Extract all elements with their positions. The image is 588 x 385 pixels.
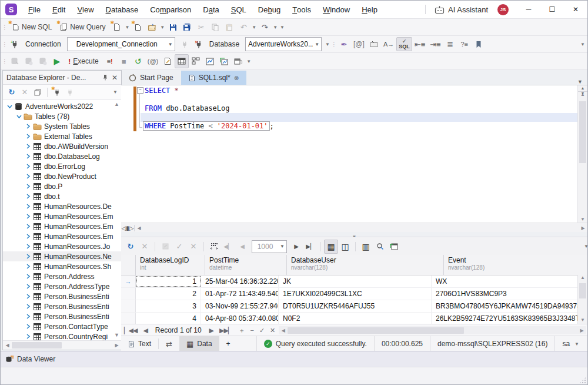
- chevron-right-icon[interactable]: [24, 224, 32, 229]
- menu-tools[interactable]: Tools: [286, 1, 317, 18]
- next-page-button[interactable]: ▶: [289, 240, 303, 254]
- tree-item[interactable]: HumanResources.Em: [3, 211, 121, 221]
- scroll-right-icon[interactable]: ▶: [577, 328, 586, 333]
- format-sql-button[interactable]: ✓SQL: [396, 37, 412, 51]
- align-button[interactable]: ≣: [443, 37, 457, 51]
- user-name[interactable]: sa▼: [554, 336, 587, 351]
- grid-hscrollbar[interactable]: ◀ ▶: [279, 326, 586, 334]
- tree-item[interactable]: System Tables: [3, 121, 121, 131]
- toolbar-grip[interactable]: ⋮: [331, 41, 337, 48]
- disconnect-button[interactable]: ✕: [192, 37, 206, 51]
- editor-vscrollbar[interactable]: ▲▼ ▲ ▼: [577, 85, 587, 223]
- post-edit-button[interactable]: ✓: [256, 327, 267, 334]
- execute-script-button[interactable]: ≡!: [103, 54, 117, 68]
- indent-button[interactable]: ⇥≡: [427, 37, 443, 51]
- scroll-up-icon[interactable]: ▲: [578, 275, 587, 283]
- chevron-right-icon[interactable]: [24, 164, 32, 169]
- table-cell[interactable]: 01-Apr-72 11:43:49.540: [201, 288, 279, 300]
- close-panel-icon[interactable]: ✕: [112, 74, 118, 82]
- table-cell[interactable]: 2: [136, 288, 201, 300]
- new-sql-button[interactable]: New SQL: [8, 20, 56, 34]
- column-header[interactable]: DatabaseUsernvarchar(128): [287, 255, 444, 275]
- undo-dropdown[interactable]: ▼: [250, 25, 258, 30]
- chevron-right-icon[interactable]: [24, 324, 32, 329]
- split-editor-handle[interactable]: ▲▼: [578, 85, 587, 92]
- page-size-select[interactable]: 1000 ▼: [252, 240, 287, 253]
- sql-editor[interactable]: − SELECT * FROM dbo.DatabaseLog WHERE Po…: [121, 85, 587, 223]
- outdent-button[interactable]: ⇤≡: [412, 37, 427, 51]
- row-header[interactable]: [121, 288, 136, 300]
- stop-button[interactable]: ■: [117, 54, 131, 68]
- card-view-button[interactable]: ◫: [338, 240, 352, 254]
- scroll-down-icon[interactable]: ▼: [578, 217, 587, 222]
- tab-list-dropdown[interactable]: ▼: [577, 79, 587, 85]
- code-line[interactable]: [141, 113, 578, 122]
- database-refresh-button[interactable]: [22, 54, 36, 68]
- execute-button[interactable]: ! Execute: [64, 54, 103, 68]
- add-result-tab-button[interactable]: +: [219, 336, 238, 351]
- export-chart-button[interactable]: [217, 54, 231, 68]
- new-document-dropdown[interactable]: ▼: [123, 25, 131, 30]
- discard-changes-button[interactable]: ✕: [186, 240, 201, 254]
- cancel-edit-button[interactable]: ✕: [267, 327, 278, 334]
- tree-item[interactable]: Person.CountryRegi: [3, 331, 121, 340]
- tree-item[interactable]: HumanResources.Em: [3, 231, 121, 241]
- scroll-up-icon[interactable]: ▲: [578, 92, 587, 100]
- table-cell[interactable]: 03-Nov-99 21:55:27.940: [201, 300, 279, 312]
- scroll-left-icon[interactable]: ◀: [279, 328, 288, 333]
- tab-data[interactable]: ▦ Data: [179, 336, 219, 351]
- scroll-left-icon[interactable]: ◀: [135, 225, 143, 231]
- editor-code[interactable]: SELECT * FROM dbo.DatabaseLog WHERE Post…: [141, 87, 578, 131]
- row-header[interactable]: [121, 313, 136, 324]
- table-cell[interactable]: 2706O1HVS83MC9P3: [432, 288, 581, 300]
- connect-button[interactable]: [178, 37, 192, 51]
- chevron-right-icon[interactable]: [24, 264, 32, 269]
- scroll-right-icon[interactable]: ▶: [579, 225, 587, 231]
- menu-edit[interactable]: Edit: [46, 1, 71, 18]
- tree-item[interactable]: dbo.DatabaseLog: [3, 151, 121, 161]
- tree-item[interactable]: HumanResources.Em: [3, 221, 121, 231]
- menu-debug[interactable]: Debug: [252, 1, 286, 18]
- results-grid-button[interactable]: [175, 54, 189, 68]
- code-line[interactable]: SELECT *: [141, 87, 578, 95]
- tab-start-page[interactable]: Start Page: [121, 71, 181, 85]
- find-in-grid-button[interactable]: [373, 240, 387, 254]
- chevron-right-icon[interactable]: [24, 294, 32, 299]
- table-cell[interactable]: 1E7UKXI020499C3L1XC: [279, 288, 432, 300]
- chevron-right-icon[interactable]: [24, 254, 32, 259]
- toolbar-overflow[interactable]: ▼: [245, 59, 252, 64]
- delete-record-button[interactable]: −: [247, 327, 256, 334]
- table-cell[interactable]: 25-Mar-04 16:36:32.220: [201, 276, 279, 287]
- chevron-right-icon[interactable]: [24, 244, 32, 249]
- redo-button[interactable]: ↷: [258, 20, 272, 34]
- chevron-right-icon[interactable]: [24, 184, 32, 189]
- tree-item[interactable]: Person.BusinessEnti: [3, 291, 121, 301]
- editor-hscrollbar[interactable]: ◁▮▷ ◀ ▶: [121, 223, 587, 233]
- tree-item[interactable]: Person.AddressType: [3, 281, 121, 291]
- scroll-down-icon[interactable]: ▼: [114, 332, 119, 338]
- tab-text[interactable]: Text: [121, 336, 158, 351]
- table-cell[interactable]: N0F2: [279, 313, 432, 324]
- append-record-button[interactable]: ＋: [235, 326, 247, 335]
- tree-item[interactable]: Tables (78): [3, 111, 121, 121]
- history-button[interactable]: ↺: [131, 54, 145, 68]
- refresh-button[interactable]: ↻: [5, 86, 18, 99]
- table-cell[interactable]: 3: [136, 300, 201, 312]
- chevron-right-icon[interactable]: [24, 194, 32, 199]
- scroll-thumb[interactable]: [12, 342, 62, 349]
- table-row[interactable]: →125-Mar-04 16:36:32.220JKWX: [121, 276, 587, 288]
- paging-mode-button[interactable]: [207, 240, 221, 254]
- paste-button[interactable]: [222, 20, 236, 34]
- tree-item[interactable]: Person.BusinessEnti: [3, 301, 121, 311]
- table-cell[interactable]: WX: [432, 276, 581, 287]
- ai-assistant-button[interactable]: AI Assistant: [429, 5, 494, 14]
- chevron-right-icon[interactable]: [24, 214, 32, 219]
- chevron-right-icon[interactable]: [24, 274, 32, 279]
- tree-item[interactable]: HumanResources.Ne: [3, 251, 121, 261]
- menu-window[interactable]: Window: [317, 1, 356, 18]
- tree-item[interactable]: Person.BusinessEnti: [3, 311, 121, 321]
- last-page-button[interactable]: ▶▏: [303, 240, 318, 254]
- tree-item[interactable]: dbo.AWBuildVersion: [3, 141, 121, 151]
- data-viewer-bar[interactable]: Data Viewer: [1, 351, 588, 367]
- pivot-button[interactable]: [231, 54, 245, 68]
